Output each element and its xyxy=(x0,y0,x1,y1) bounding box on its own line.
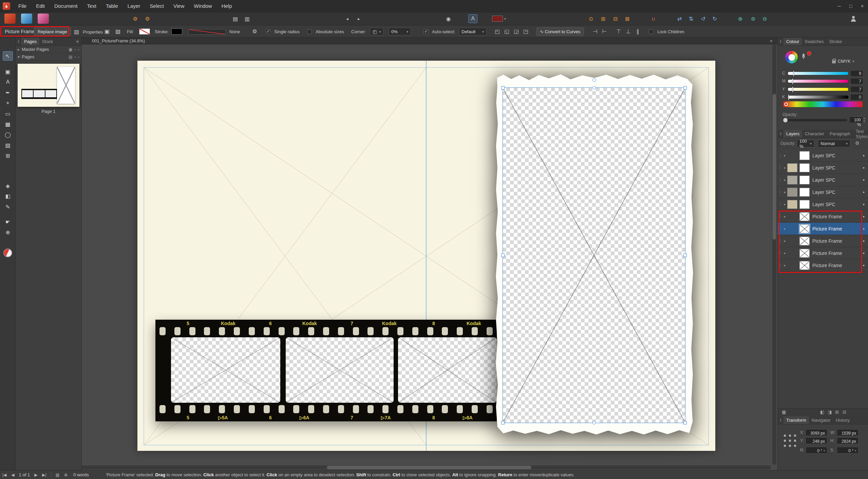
blend-options-gear-icon[interactable]: ⚙ xyxy=(855,140,860,146)
layer-row[interactable]: ⋮ ▸ Picture Frame ● xyxy=(778,247,868,259)
align-right-icon[interactable]: ⊢ xyxy=(600,27,609,36)
expand-arrow-icon[interactable]: ▸ xyxy=(782,154,787,157)
expand-arrow-icon[interactable]: ▸ xyxy=(782,263,787,267)
layer-row[interactable]: ⋮ ▸ Layer SPC ● xyxy=(778,149,868,162)
tab-character[interactable]: Character xyxy=(802,130,827,138)
film-frame-placeholder[interactable] xyxy=(398,337,497,403)
menu-item-window[interactable]: Window xyxy=(189,0,216,12)
mask-layer-icon[interactable]: ◧ xyxy=(820,410,824,415)
designer-persona-icon[interactable] xyxy=(21,14,32,24)
menu-item-text[interactable]: Text xyxy=(82,0,101,12)
tab-pages[interactable]: Pages xyxy=(21,38,39,45)
insert-on-top-icon[interactable]: ⊚ xyxy=(749,14,758,23)
visibility-toggle[interactable]: ● xyxy=(863,264,865,267)
preview-mode-icon[interactable]: ◉ xyxy=(444,14,453,23)
shear-input[interactable]: 0 °▾ xyxy=(837,447,858,454)
visibility-toggle[interactable]: ● xyxy=(863,166,865,169)
visibility-toggle[interactable]: ● xyxy=(863,178,865,182)
menu-item-help[interactable]: Help xyxy=(217,0,237,12)
menu-item-layer[interactable]: Layer xyxy=(123,0,145,12)
layer-row[interactable]: ⋮ ▸ Picture Frame ● xyxy=(778,235,868,247)
fill-stroke-colour-chip[interactable] xyxy=(3,248,12,257)
last-page-icon[interactable]: ▶| xyxy=(40,473,49,477)
menu-item-edit[interactable]: Edit xyxy=(31,0,50,12)
x-input[interactable]: 3093 px xyxy=(806,429,827,436)
node-tool[interactable]: ⌖ xyxy=(3,98,13,108)
tab-text-styles[interactable]: Text Styles xyxy=(853,130,868,138)
add-master-icon[interactable]: ▫ xyxy=(74,47,76,52)
expand-arrow-icon[interactable]: ▸ xyxy=(782,202,787,206)
snap-grid-icon[interactable]: ⊞ xyxy=(599,14,608,23)
layer-row-selected[interactable]: ⋮ ▸ Picture Frame ● xyxy=(778,223,868,235)
place-image-tool[interactable]: ▨ xyxy=(3,140,13,150)
panel-menu-icon[interactable]: ≡ xyxy=(73,38,81,45)
canvas[interactable]: 5 Kodak 6 Kodak 7 Kodak 8 Kodak xyxy=(82,44,777,470)
next-spread-icon[interactable]: ▸ xyxy=(354,14,363,23)
align-top-icon[interactable]: ⊤ xyxy=(614,27,623,36)
pages-view-icon[interactable]: ▤ xyxy=(231,14,240,23)
film-frame-placeholder[interactable] xyxy=(171,337,280,403)
align-top-right-icon[interactable]: ◱ xyxy=(502,27,511,36)
colour-swatch-dropdown[interactable]: ▾ xyxy=(492,16,506,22)
align-bottom-right-icon[interactable]: ◳ xyxy=(521,27,530,36)
rectangle-tool[interactable]: ▭ xyxy=(3,109,13,118)
publisher-persona-icon[interactable] xyxy=(4,14,16,24)
lock-children-checkbox[interactable]: Lock Children xyxy=(649,28,684,34)
black-slider[interactable] xyxy=(788,95,849,99)
edit-master-icon[interactable]: ▣ xyxy=(69,47,72,52)
maximize-button[interactable]: □ xyxy=(845,0,856,12)
adjustment-layer-icon[interactable]: ◨ xyxy=(828,410,832,415)
magenta-value[interactable]: 7 xyxy=(850,78,863,84)
zoom-tool[interactable]: ⊕ xyxy=(3,227,13,237)
drag-handle-icon[interactable]: ‖ xyxy=(778,418,784,423)
layer-row[interactable]: ⋮ ▸ Picture Frame ● xyxy=(778,259,868,272)
delete-layer-icon[interactable]: ⊟ xyxy=(843,410,846,415)
layer-row[interactable]: ⋮ ▸ Layer SPC ● xyxy=(778,186,868,198)
y-input[interactable]: 248 px xyxy=(806,437,827,444)
drag-handle-icon[interactable]: ‖ xyxy=(778,39,784,44)
document-setup-icon[interactable]: ⚙ xyxy=(131,14,140,23)
spread-setup-icon[interactable]: ⚙ xyxy=(143,14,152,23)
spectrum-knob[interactable] xyxy=(784,102,788,106)
w-input[interactable]: 1539 px xyxy=(837,429,858,436)
vector-brush-tool[interactable]: ✎ xyxy=(3,202,13,212)
menu-item-file[interactable]: File xyxy=(14,0,31,12)
tab-navigator[interactable]: Navigator xyxy=(809,416,833,424)
tab-transform[interactable]: Transform xyxy=(784,416,809,424)
delete-master-icon[interactable]: ▫ xyxy=(78,47,79,52)
corner-radius-input[interactable]: 0% ▾ xyxy=(389,27,411,35)
cyan-slider[interactable] xyxy=(788,72,849,75)
visibility-toggle[interactable]: ● xyxy=(863,191,865,194)
preflight-icon[interactable]: ⊕ xyxy=(62,473,70,477)
first-page-icon[interactable]: |◀ xyxy=(0,473,9,477)
expand-arrow-icon[interactable]: ▸ xyxy=(782,251,787,255)
frame-properties-icon[interactable]: ▣ xyxy=(102,27,112,36)
properties-button[interactable]: ▧ Properties xyxy=(74,28,103,35)
single-radius-checkbox[interactable]: Single radius xyxy=(266,28,300,34)
rotation-input[interactable]: 0 °▾ xyxy=(806,447,827,454)
document-tab[interactable]: 001_PictureFrame (34.8%) xyxy=(92,38,145,43)
film-frame-placeholder[interactable] xyxy=(286,337,394,403)
replace-image-button[interactable]: Replace image xyxy=(34,27,71,36)
horizontal-scrollbar[interactable] xyxy=(82,465,771,470)
vertical-scrollbar[interactable] xyxy=(772,44,776,465)
snap-guides-icon[interactable]: ⊟ xyxy=(611,14,620,23)
fill-tool[interactable]: ◧ xyxy=(3,191,13,201)
colour-opacity-slider[interactable] xyxy=(782,119,847,121)
opacity-stepper[interactable]: ▴▾ xyxy=(864,117,865,123)
layer-row[interactable]: ⋮ ▸ Picture Frame ● xyxy=(778,211,868,223)
layer-row[interactable]: ⋮ ▸ Layer SPC ● xyxy=(778,174,868,186)
magenta-slider[interactable] xyxy=(788,79,849,83)
visibility-toggle[interactable]: ● xyxy=(863,203,865,206)
add-page-icon[interactable]: ▫ xyxy=(74,55,76,59)
page-1-thumbnail[interactable] xyxy=(18,64,79,107)
menu-item-select[interactable]: Select xyxy=(145,0,169,12)
menu-item-table[interactable]: Table xyxy=(101,0,123,12)
document-close-icon[interactable]: × xyxy=(770,38,773,44)
next-page-icon[interactable]: ▶ xyxy=(32,473,40,477)
visibility-toggle[interactable]: ● xyxy=(863,239,865,243)
frame-text-tool[interactable]: ▣ xyxy=(3,67,13,76)
move-tool[interactable]: ↖ xyxy=(3,51,13,61)
expand-arrow-icon[interactable]: ▸ xyxy=(782,178,787,182)
layer-row[interactable]: ⋮ ▸ Layer SPC ● xyxy=(778,198,868,211)
